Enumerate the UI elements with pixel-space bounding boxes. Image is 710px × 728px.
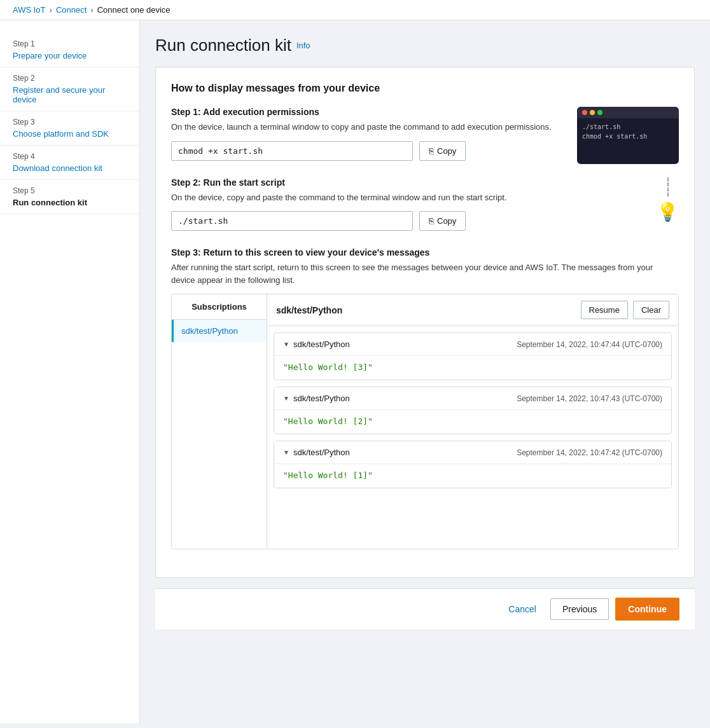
sidebar-step-4[interactable]: Step 4 Download connection kit (0, 146, 139, 180)
step2-copy-label: Copy (437, 216, 456, 226)
sidebar-step-3-label: Step 3 (13, 118, 127, 127)
step1-left: Step 1: Add execution permissions On the… (171, 107, 564, 165)
sidebar-step-1-title[interactable]: Prepare your device (13, 51, 127, 60)
message-topic-2: ▼ sdk/test/Python (283, 394, 350, 403)
step2-section: Step 2: Run the start script On the devi… (171, 177, 679, 235)
sidebar-step-3-title[interactable]: Choose platform and SDK (13, 129, 127, 139)
message-timestamp-3: September 14, 2022, 10:47:42 (UTC-0700) (517, 448, 662, 457)
message-topic-3: ▼ sdk/test/Python (283, 448, 350, 457)
page-header: Run connection kit Info (155, 36, 695, 55)
message-topic-1: ▼ sdk/test/Python (283, 340, 350, 349)
resume-button[interactable]: Resume (581, 301, 628, 319)
step1-copy-label: Copy (437, 146, 456, 156)
sidebar-step-5[interactable]: Step 5 Run connection kit (0, 180, 139, 214)
bulb-icon: 💡 (657, 202, 679, 223)
step2-desc: On the device, copy and paste the comman… (171, 191, 644, 204)
triangle-icon-1: ▼ (283, 341, 289, 348)
info-link[interactable]: Info (296, 41, 310, 50)
sidebar-step-3[interactable]: Step 3 Choose platform and SDK (0, 111, 139, 146)
breadcrumb-connect[interactable]: Connect (56, 5, 87, 15)
breadcrumb-current: Connect one device (97, 5, 171, 15)
message-body-2: "Hello World! [2]" (274, 409, 671, 434)
triangle-icon-2: ▼ (283, 395, 289, 402)
step1-title: Step 1: Add execution permissions (171, 107, 564, 117)
message-card-2: ▼ sdk/test/Python September 14, 2022, 10… (274, 387, 672, 434)
terminal-content: ./start.sh chmod +x start.sh (577, 118, 679, 145)
message-topic-label-1: sdk/test/Python (293, 340, 350, 349)
messages-area: sdk/test/Python Resume Clear (267, 294, 678, 549)
terminal-titlebar (577, 107, 679, 118)
terminal-box: ./start.sh chmod +x start.sh (577, 107, 679, 164)
content-card: How to display messages from your device… (155, 67, 695, 578)
breadcrumb-sep2: › (90, 5, 93, 15)
step2-command-row: ⎘ Copy (171, 211, 644, 231)
subscriptions-header: Subscriptions (172, 294, 267, 320)
step2-command-input[interactable] (171, 211, 413, 231)
copy-icon-1: ⎘ (429, 146, 434, 156)
message-header-1: ▼ sdk/test/Python September 14, 2022, 10… (274, 333, 671, 355)
step1-copy-button[interactable]: ⎘ Copy (419, 141, 466, 161)
copy-icon-2: ⎘ (429, 216, 434, 226)
step1-command-row: ⎘ Copy (171, 141, 564, 161)
message-topic-label-2: sdk/test/Python (293, 394, 350, 403)
step1-command-input[interactable] (171, 141, 413, 161)
step1-right: ./start.sh chmod +x start.sh (577, 107, 679, 164)
sidebar-step-2-title[interactable]: Register and secure your device (13, 85, 127, 104)
step3-title: Step 3: Return to this screen to view yo… (171, 247, 679, 258)
terminal-dot-green (597, 110, 602, 115)
sidebar-step-2-label: Step 2 (13, 74, 127, 83)
message-body-1: "Hello World! [3]" (274, 355, 671, 380)
message-card-3: ▼ sdk/test/Python September 14, 2022, 10… (274, 441, 672, 488)
sidebar-step-5-label: Step 5 (13, 186, 127, 195)
step2-row: Step 2: Run the start script On the devi… (171, 177, 679, 235)
terminal-dot-yellow (590, 110, 595, 115)
terminal-dot-red (582, 110, 587, 115)
sidebar-step-1[interactable]: Step 1 Prepare your device (0, 33, 139, 67)
message-topic-label-3: sdk/test/Python (293, 448, 350, 457)
terminal-illustration: ./start.sh chmod +x start.sh (577, 107, 679, 164)
sidebar-step-5-title: Run connection kit (13, 198, 127, 207)
triangle-icon-3: ▼ (283, 449, 289, 456)
messages-topic: sdk/test/Python (276, 305, 342, 315)
message-card-1: ▼ sdk/test/Python September 14, 2022, 10… (274, 333, 672, 380)
step1-row: Step 1: Add execution permissions On the… (171, 107, 679, 165)
subscriptions-container: Subscriptions sdk/test/Python sdk/test/P… (171, 294, 679, 549)
breadcrumb-aws-iot[interactable]: AWS IoT (13, 5, 46, 15)
message-body-3: "Hello World! [1]" (274, 464, 671, 488)
continue-button[interactable]: Continue (615, 598, 679, 621)
sidebar: Step 1 Prepare your device Step 2 Regist… (0, 20, 140, 723)
card-heading: How to display messages from your device (171, 83, 679, 94)
footer: Cancel Previous Continue (155, 588, 695, 629)
messages-header: sdk/test/Python Resume Clear (267, 294, 678, 326)
sidebar-step-2[interactable]: Step 2 Register and secure your device (0, 67, 139, 111)
step1-desc: On the device, launch a terminal window … (171, 121, 564, 134)
dashed-connector (667, 177, 669, 196)
previous-button[interactable]: Previous (550, 598, 609, 620)
step2-right: 💡 (657, 177, 679, 223)
message-header-2: ▼ sdk/test/Python September 14, 2022, 10… (274, 387, 671, 409)
message-timestamp-2: September 14, 2022, 10:47:43 (UTC-0700) (517, 394, 662, 403)
main-content: Run connection kit Info How to display m… (140, 20, 710, 723)
sidebar-step-4-title[interactable]: Download connection kit (13, 163, 127, 173)
breadcrumb-sep1: › (50, 5, 52, 15)
messages-list: ▼ sdk/test/Python September 14, 2022, 10… (267, 326, 678, 501)
sidebar-step-4-label: Step 4 (13, 152, 127, 161)
subscriptions-inner: Subscriptions sdk/test/Python sdk/test/P… (172, 294, 678, 549)
step2-left: Step 2: Run the start script On the devi… (171, 177, 644, 235)
message-header-3: ▼ sdk/test/Python September 14, 2022, 10… (274, 441, 671, 464)
step3-desc: After running the start script, return t… (171, 261, 679, 286)
subscriptions-sidebar: Subscriptions sdk/test/Python (172, 294, 267, 549)
sidebar-step-1-label: Step 1 (13, 39, 127, 48)
subscription-item-python[interactable]: sdk/test/Python (172, 320, 267, 342)
terminal-line1: ./start.sh (582, 122, 674, 132)
step1-section: Step 1: Add execution permissions On the… (171, 107, 679, 165)
page-title: Run connection kit (155, 36, 291, 55)
cancel-button[interactable]: Cancel (501, 599, 544, 619)
step3-section: Step 3: Return to this screen to view yo… (171, 247, 679, 549)
step2-title: Step 2: Run the start script (171, 177, 644, 188)
message-timestamp-1: September 14, 2022, 10:47:44 (UTC-0700) (517, 340, 662, 349)
messages-actions: Resume Clear (581, 301, 670, 319)
clear-button[interactable]: Clear (633, 301, 669, 319)
step2-copy-button[interactable]: ⎘ Copy (419, 211, 466, 231)
breadcrumb: AWS IoT › Connect › Connect one device (0, 0, 710, 20)
